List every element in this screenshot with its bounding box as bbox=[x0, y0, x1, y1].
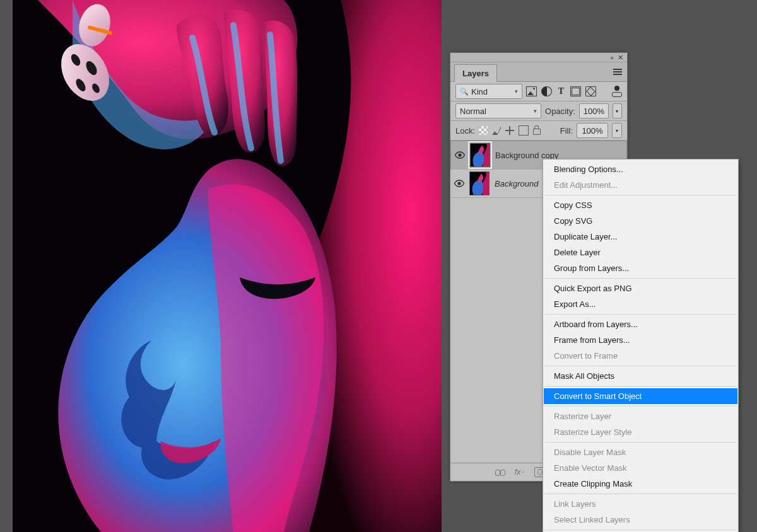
filter-shape-icon[interactable] bbox=[570, 86, 581, 96]
lock-position-icon[interactable] bbox=[505, 126, 514, 135]
context-menu-separator bbox=[544, 406, 737, 407]
tab-layers[interactable]: Layers bbox=[454, 64, 497, 82]
context-menu-separator bbox=[544, 366, 737, 366]
context-menu-item: Rasterize Layer Style bbox=[544, 424, 737, 440]
visibility-eye-icon[interactable] bbox=[455, 150, 465, 160]
context-menu-item[interactable]: Copy CSS bbox=[544, 197, 737, 213]
fill-input[interactable]: 100% bbox=[577, 123, 608, 138]
context-menu-item[interactable]: Export As... bbox=[544, 296, 737, 312]
context-menu-item[interactable]: Mask All Objects bbox=[544, 368, 737, 384]
panel-collapse-icon[interactable]: « bbox=[610, 54, 614, 61]
context-menu-item: Select Linked Layers bbox=[544, 512, 737, 528]
lock-all-icon[interactable] bbox=[533, 129, 541, 135]
context-menu-item: Enable Vector Mask bbox=[544, 460, 737, 476]
chevron-down-icon: ▾ bbox=[534, 108, 537, 114]
context-menu-item: Edit Adjustment... bbox=[544, 177, 737, 193]
panel-menu-icon[interactable] bbox=[613, 67, 622, 77]
context-menu-item: Disable Layer Mask bbox=[544, 444, 737, 460]
lock-fill-row: Lock: Fill: 100% ▾ bbox=[450, 121, 627, 141]
filter-toggle-switch[interactable] bbox=[612, 92, 622, 97]
context-menu-item[interactable]: Create Clipping Mask bbox=[544, 476, 737, 492]
layer-context-menu: Blending Options...Edit Adjustment...Cop… bbox=[543, 159, 739, 532]
filter-pixel-icon[interactable] bbox=[526, 86, 537, 96]
layer-filter-row: 🔍 Kind ▾ T bbox=[450, 82, 627, 101]
context-menu-separator bbox=[544, 386, 737, 386]
blend-mode-select[interactable]: Normal ▾ bbox=[455, 103, 541, 119]
filter-smartobject-icon[interactable] bbox=[585, 86, 596, 96]
panel-close-icon[interactable]: ✕ bbox=[618, 54, 623, 62]
context-menu-item: Link Layers bbox=[544, 496, 737, 512]
context-menu-item[interactable]: Convert to Smart Object bbox=[544, 388, 737, 404]
filter-kind-label: Kind bbox=[471, 87, 488, 96]
fill-dropdown[interactable]: ▾ bbox=[612, 123, 622, 138]
context-menu-item[interactable]: Blending Options... bbox=[544, 161, 737, 177]
context-menu-item: Rasterize Layer bbox=[544, 408, 737, 424]
filter-type-icon[interactable]: T bbox=[556, 87, 566, 96]
filter-adjustment-icon[interactable] bbox=[541, 86, 552, 96]
svg-point-10 bbox=[457, 182, 461, 185]
chevron-down-icon: ▾ bbox=[515, 88, 518, 95]
visibility-eye-icon[interactable] bbox=[454, 178, 464, 188]
svg-point-8 bbox=[458, 153, 461, 156]
layer-name[interactable]: Background bbox=[495, 179, 538, 188]
opacity-label: Opacity: bbox=[545, 107, 575, 116]
blend-mode-value: Normal bbox=[460, 107, 486, 116]
filter-toggle-icon[interactable] bbox=[614, 86, 619, 91]
opacity-input[interactable]: 100% bbox=[579, 103, 609, 119]
context-menu-separator bbox=[544, 278, 737, 279]
search-icon: 🔍 bbox=[460, 88, 469, 96]
fill-label: Fill: bbox=[560, 126, 573, 136]
opacity-dropdown[interactable]: ▾ bbox=[613, 103, 622, 119]
blend-opacity-row: Normal ▾ Opacity: 100% ▾ bbox=[450, 101, 627, 121]
context-menu-item[interactable]: Quick Export as PNG bbox=[544, 280, 737, 296]
panel-tabs: Layers bbox=[450, 62, 627, 82]
lock-label: Lock: bbox=[455, 126, 475, 136]
context-menu-item[interactable]: Delete Layer bbox=[544, 245, 737, 260]
context-menu-item[interactable]: Group from Layers... bbox=[544, 260, 737, 276]
lock-artboard-icon[interactable] bbox=[519, 125, 529, 136]
lock-pixels-icon[interactable] bbox=[492, 126, 501, 135]
context-menu-item[interactable]: Copy SVG bbox=[544, 213, 737, 229]
context-menu-item[interactable]: Artboard from Layers... bbox=[544, 316, 737, 332]
panel-titlebar: « ✕ bbox=[450, 53, 627, 62]
context-menu-separator bbox=[544, 529, 737, 530]
context-menu-item[interactable]: Duplicate Layer... bbox=[544, 229, 737, 245]
context-menu-separator bbox=[544, 314, 737, 315]
context-menu-separator bbox=[544, 442, 737, 442]
context-menu-separator bbox=[544, 494, 737, 494]
context-menu-item: Convert to Frame bbox=[544, 348, 737, 364]
context-menu-item[interactable]: Frame from Layers... bbox=[544, 332, 737, 348]
filter-kind-select[interactable]: 🔍 Kind ▾ bbox=[455, 84, 522, 99]
layer-fx-icon[interactable]: fx bbox=[513, 468, 526, 477]
context-menu-separator bbox=[544, 195, 737, 195]
canvas-document bbox=[13, 0, 442, 532]
lock-transparency-icon[interactable] bbox=[479, 126, 488, 135]
link-layers-icon[interactable] bbox=[495, 468, 505, 477]
layer-thumbnail[interactable] bbox=[470, 143, 490, 167]
layer-thumbnail[interactable] bbox=[469, 171, 490, 195]
